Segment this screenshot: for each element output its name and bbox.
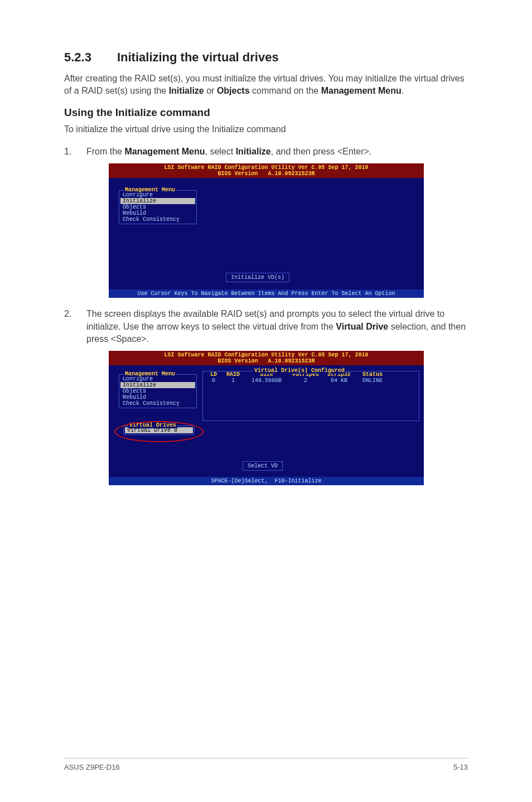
mgmt-menu-legend-2: Management Menu [124,371,176,377]
bios1-title-l2: BIOS Version A.10.09231523R [217,171,315,177]
section-number: 5.2.3 [64,50,91,65]
intro-mid-2: command on the [250,86,321,95]
mgmt2-check[interactable]: Check Consistency [120,400,195,407]
virtual-drives-legend: Virtual Drives [128,422,177,428]
vdh-ld: LD [205,371,222,378]
bios1-footer: Use Cursor Keys To Navigate Between Item… [109,289,424,298]
bios-screenshot-2: LSI Software RAID Configuration Utility … [109,351,424,485]
bios2-title-l1: LSI Software RAID Configuration Utility … [164,352,368,358]
vdr-stripsz: 64 KB [322,378,356,384]
vd-data-row[interactable]: 0 1 148.580GB 2 64 KB ONLINE [203,378,419,384]
intro-mid-1: or [204,86,217,95]
intro-after: . [402,86,404,95]
bios2-title: LSI Software RAID Configuration Utility … [109,351,424,365]
bios1-body: Management Menu Configure Initialize Obj… [109,178,424,289]
mgmt-item-objects[interactable]: Objects [120,204,195,210]
mgmt2-rebuild[interactable]: Rebuild [120,394,195,400]
select-vd-button[interactable]: Select VD [243,461,283,471]
bios2-footer: SPACE-(De)Select, F10-Initialize [109,477,424,485]
subheading: Using the Initialize command [64,107,468,119]
step1-text-before: From the [86,147,124,156]
mgmt-item-initialize[interactable]: Initialize [120,198,195,204]
bios1-title-l1: LSI Software RAID Configuration Utility … [164,165,368,171]
footer-right: 5-13 [453,763,468,771]
step1-bold-init: Initialize [236,147,271,156]
vd-configured-table: Virtual Drive(s) Configured LD RAID Size… [202,371,419,421]
intro-paragraph: After creating the RAID set(s), you must… [64,73,468,96]
step1-after: , and then press <Enter>. [271,147,372,156]
step2-bold-vd: Virtual Drive [336,322,388,331]
step-1: From the Management Menu, select Initial… [64,146,468,298]
mgmt2-initialize[interactable]: Initialize [120,382,195,388]
mgmt-menu-box-2: Management Menu Configure Initialize Obj… [119,374,197,408]
vdh-raid: RAID [222,371,244,378]
vdr-ld: 0 [205,378,222,384]
bios2-title-l2: BIOS Version A.10.09231523R [217,358,315,364]
vd-configured-legend: Virtual Drive(s) Configured [253,368,346,374]
mgmt2-objects[interactable]: Objects [120,388,195,394]
mgmt-item-rebuild[interactable]: Rebuild [120,210,195,216]
bios-screenshot-1: LSI Software RAID Configuration Utility … [109,163,424,298]
bios1-title: LSI Software RAID Configuration Utility … [109,163,424,178]
page-footer: ASUS Z9PE-D16 5-13 [64,758,468,771]
footer-left: ASUS Z9PE-D16 [64,763,120,771]
vdr-raid: 1 [222,378,244,384]
bios2-body: Management Menu Configure Initialize Obj… [109,365,424,477]
section-heading: 5.2.3Initializing the virtual drives [64,50,468,65]
step1-bold-mgmt: Management Menu [124,147,205,156]
step-2: The screen displays the available RAID s… [64,308,468,485]
intro-bold-initialize: Initialize [169,86,204,95]
mgmt-item-check[interactable]: Check Consistency [120,216,195,223]
step1-mid1: , select [205,147,235,156]
virtual-drives-box: Virtual Drives Virtual Drive 0 [123,426,195,435]
vdr-size: 148.580GB [244,378,289,384]
vdr-stripes: 2 [289,378,322,384]
intro-bold-objects: Objects [217,86,250,95]
mgmt-menu-legend: Management Menu [124,187,176,193]
sub-intro: To initialize the virtual drive using th… [64,123,468,136]
initialize-vds-button[interactable]: Initialize VD(s) [226,273,289,282]
mgmt-menu-box: Management Menu Configure Initialize Obj… [119,190,197,224]
vdr-status: ONLINE [356,378,389,384]
section-title: Initializing the virtual drives [117,50,279,64]
intro-bold-mgmt: Management Menu [321,86,402,95]
vdh-status: Status [356,371,389,378]
